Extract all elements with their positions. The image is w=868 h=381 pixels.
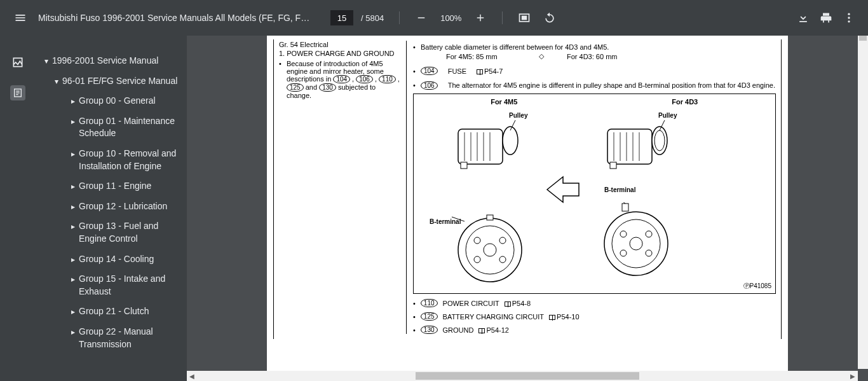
- spec-4m5: For 4M5: 85 mm: [421, 53, 516, 60]
- rotate-button[interactable]: [538, 6, 561, 29]
- outline-label: Group 12 - Lubrication: [79, 200, 179, 213]
- power-circuit-label: POWER CIRCUIT: [443, 300, 499, 307]
- menu-button[interactable]: [8, 5, 33, 31]
- horizontal-scrollbar[interactable]: ◀ ▶: [187, 371, 858, 381]
- alternator-side-4m5: [452, 116, 528, 174]
- scrollbar-thumb[interactable]: [859, 36, 867, 41]
- outline-label: Group 01 - Maintenance Schedule: [79, 115, 179, 140]
- svg-line-27: [452, 217, 465, 221]
- chevron-right-icon: ▸: [67, 181, 79, 192]
- svg-rect-13: [461, 162, 467, 169]
- ref-oval: 125: [421, 312, 438, 321]
- outline-item[interactable]: ▸Group 00 - General: [41, 91, 182, 111]
- book-icon: [478, 328, 485, 333]
- chevron-right-icon: ▸: [67, 96, 79, 107]
- list-title: POWER CHARGE AND GROUND: [287, 50, 394, 57]
- outline-label: 1996-2001 Service Manual: [52, 55, 179, 67]
- svg-rect-26: [487, 215, 493, 220]
- outline-item[interactable]: ▸Group 14 - Cooling: [41, 249, 182, 270]
- ref-oval: 106: [356, 75, 373, 83]
- book-icon: [549, 315, 555, 320]
- svg-point-28: [604, 212, 668, 275]
- book-icon: [505, 301, 511, 307]
- svg-rect-10: [458, 129, 503, 164]
- outline-sidebar[interactable]: ▾ 1996-2001 Service Manual ▾ 96-01 FE/FG…: [36, 36, 187, 381]
- outline-item[interactable]: ▸Group 01 - Maintenance Schedule: [41, 111, 182, 144]
- print-button[interactable]: [815, 6, 837, 29]
- outline-item-root[interactable]: ▾ 1996-2001 Service Manual: [41, 51, 182, 71]
- svg-rect-18: [610, 162, 616, 169]
- page-ref: P54-12: [486, 326, 508, 334]
- left-rail: [0, 36, 36, 381]
- outline-label: Group 22 - Manual Transmission: [79, 326, 179, 350]
- ref-oval: 104: [333, 75, 350, 83]
- page-ref: P54-8: [512, 300, 531, 307]
- scrollbar-thumb[interactable]: [416, 372, 639, 380]
- outline-item-sub[interactable]: ▾ 96-01 FE/FG Service Manual: [41, 71, 182, 92]
- battery-charging-label: BATTERY CHARGING CIRCUIT: [443, 313, 545, 321]
- diag-header-4d3: For 4D3: [595, 98, 776, 106]
- section-header: Gr. 54 Electrical: [279, 41, 402, 48]
- content-area[interactable]: Gr. 54 Electrical 1. POWER CHARGE AND GR…: [187, 36, 868, 381]
- ref-oval: 110: [379, 75, 396, 83]
- zoom-out-button[interactable]: [410, 6, 433, 29]
- chevron-right-icon: ▸: [67, 149, 79, 160]
- arrow-left-icon: [544, 170, 582, 209]
- alternator-front-4d3: [598, 202, 674, 279]
- outline-item[interactable]: ▸Group 15 - Intake and Exhaust: [41, 269, 182, 301]
- outline-label: Group 14 - Cooling: [79, 253, 179, 266]
- pdf-toolbar: Mitsubishi Fuso 1996-2001 Service Manual…: [0, 0, 868, 36]
- scroll-right-arrow[interactable]: ▶: [848, 371, 858, 381]
- ref-oval: 104: [421, 67, 438, 75]
- body-text: Battery cable diameter is different betw…: [421, 43, 776, 51]
- list-number: 1.: [279, 50, 285, 57]
- svg-point-3: [848, 17, 850, 18]
- document-title: Mitsubishi Fuso 1996-2001 Service Manual…: [38, 13, 311, 23]
- svg-point-19: [458, 218, 522, 282]
- chevron-right-icon: ▸: [67, 274, 79, 285]
- divider: [399, 11, 400, 24]
- outline-item[interactable]: ▸Group 10 - Removal and Installation of …: [41, 144, 182, 176]
- outline-item[interactable]: ▸Group 13 - Fuel and Engine Control: [41, 216, 182, 249]
- scroll-left-arrow[interactable]: ◀: [187, 371, 197, 381]
- outline-label: Group 15 - Intake and Exhaust: [79, 273, 179, 298]
- bullet-icon: •: [413, 43, 421, 51]
- alternator-desc: The alternator for 4M5 engine is differe…: [448, 81, 776, 89]
- zoom-in-button[interactable]: [469, 6, 492, 29]
- bullet-icon: •: [413, 313, 416, 321]
- more-button[interactable]: [837, 6, 860, 29]
- diamond-icon: ◇: [516, 52, 567, 60]
- chevron-right-icon: ▸: [67, 202, 79, 212]
- page-number-input[interactable]: [330, 10, 353, 25]
- chevron-down-icon: ▾: [51, 76, 62, 87]
- bullet-icon: •: [413, 326, 416, 334]
- divider: [502, 11, 503, 24]
- outline-item[interactable]: ▸Group 11 - Engine: [41, 176, 182, 197]
- pdf-page: Gr. 54 Electrical 1. POWER CHARGE AND GR…: [267, 36, 788, 379]
- outline-label: Group 11 - Engine: [79, 180, 179, 193]
- vertical-scrollbar[interactable]: [858, 36, 868, 369]
- outline-item[interactable]: ▸Group 21 - Clutch: [41, 301, 182, 322]
- alternator-front-4m5: [452, 212, 528, 288]
- svg-rect-1: [522, 17, 527, 20]
- bullet-icon: •: [413, 300, 416, 307]
- page-total: / 5804: [361, 13, 384, 23]
- alternator-diagram: For 4M5 For 4D3 Pulley Pulley: [413, 94, 776, 294]
- svg-point-4: [848, 20, 850, 22]
- chevron-right-icon: ▸: [67, 327, 79, 338]
- spec-4d3: For 4D3: 60 mm: [567, 53, 617, 60]
- outline-item[interactable]: ▸Group 22 - Manual Transmission: [41, 322, 182, 354]
- bullet-icon: •: [413, 67, 421, 75]
- download-button[interactable]: [792, 6, 815, 29]
- thumbnails-icon[interactable]: [10, 55, 25, 70]
- outline-item[interactable]: ▸Group 12 - Lubrication: [41, 197, 182, 217]
- fit-page-button[interactable]: [513, 6, 536, 29]
- outline-label: Group 10 - Removal and Installation of E…: [79, 148, 179, 172]
- book-icon: [477, 69, 483, 74]
- chevron-right-icon: ▸: [67, 307, 79, 317]
- body-text: Because of introduction of 4M5 engine an…: [287, 60, 402, 99]
- svg-rect-14: [607, 129, 652, 164]
- svg-point-11: [503, 127, 518, 155]
- outline-icon[interactable]: [10, 85, 25, 100]
- right-column: • Battery cable diameter is different be…: [406, 41, 776, 334]
